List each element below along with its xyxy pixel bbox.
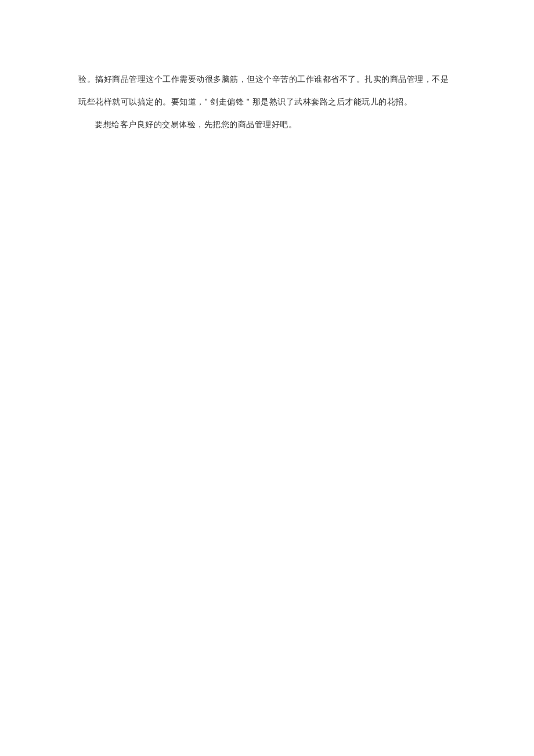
body-paragraph-1: 验。搞好商品管理这个工作需要动很多脑筋，但这个辛苦的工作谁都省不了。扎实的商品管… <box>78 68 456 113</box>
body-paragraph-2: 要想给客户良好的交易体验，先把您的商品管理好吧。 <box>78 113 456 136</box>
